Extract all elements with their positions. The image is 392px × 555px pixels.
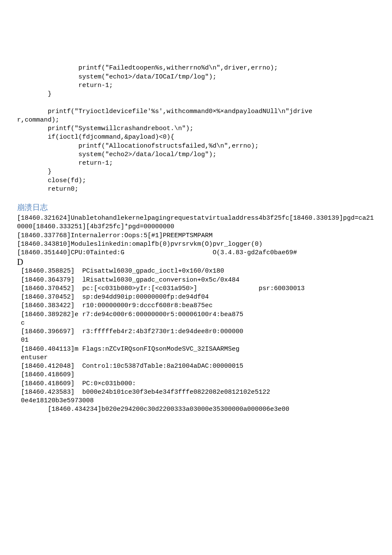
log-line: [18460.389282]e r7:de94c000r6:00000000r5… (17, 311, 375, 319)
log-line: [18460.351440]CPU:0Tainted:G O(3.4.83-gd… (17, 249, 375, 257)
code-line: printf("Failedtoopen%s,witherrno%d\n",dr… (17, 64, 278, 72)
log-line: c (17, 319, 375, 328)
log-line: [18460.343810]Moduleslinkedin:omaplfb(0)… (17, 240, 375, 249)
log-line: [18460.358825] PCisattwl6030_gpadc_ioctl… (17, 267, 375, 276)
code-line: return-1; (17, 82, 113, 89)
log-line: entuser (17, 354, 375, 362)
log-line: 01 (17, 336, 375, 345)
log-line: [18460.396697] r3:fffffeb4r2:4b3f2730r1:… (17, 328, 375, 336)
document-page: printf("Failedtoopen%s,witherrno%d\n",dr… (0, 0, 392, 431)
code-line: system("echo2>/data/local/tmp/log"); (17, 151, 216, 158)
log-line: 0e4e18120b3e5973008 (17, 397, 375, 405)
code-line: return-1; (17, 160, 113, 167)
code-block: printf("Failedtoopen%s,witherrno%d\n",dr… (17, 55, 375, 194)
log-line: [18460.321624]Unabletohandlekernelpaging… (17, 214, 375, 232)
log-line: [18460.404113]m Flags:nZCvIRQsonFIQsonMo… (17, 345, 375, 354)
code-line: printf("Systemwillcrashandreboot.\n"); (17, 125, 193, 132)
code-line: printf("Allocationofstructsfailed,%d\n",… (17, 142, 259, 150)
log-line: [18460.412048] Control:10c5387dTable:8a2… (17, 362, 375, 371)
log-line: [18460.418609] (17, 371, 375, 379)
log-block: [18460.321624]Unabletohandlekernelpaging… (17, 214, 375, 414)
code-line: close(fd); (17, 177, 86, 184)
log-line: [18460.434234]b020e294200c30d2200333a030… (17, 405, 375, 414)
log-line: [18460.370452] pc:[<c031b080>yIr:[<c031a… (17, 285, 375, 293)
section-heading-crash-log: 崩溃日志 (17, 202, 375, 212)
log-line: [18460.423583] b000e24b101ce30f3eb4e34f3… (17, 388, 375, 397)
code-line: } (17, 168, 52, 175)
code-line: return0; (17, 186, 78, 193)
code-line: r,command); (17, 116, 59, 124)
log-line: [18460.383422] r10:00000000r9:dcccf608r8… (17, 302, 375, 310)
code-line: printf("Tryioctldevicefile'%s',withcomma… (17, 108, 312, 115)
log-line: [18460.418609] PC:0×c031b000: (17, 380, 375, 388)
code-line: if(ioctl(fdjcommand,&payload)<0){ (17, 134, 174, 141)
log-line: [18460.370452] sp:de94dd90ip:00000000fp:… (17, 293, 375, 302)
log-line: [18460.337768]Internalerror:Oops:5[#1]PR… (17, 232, 375, 240)
code-line: system("echo1>/data/IOCaI/tmp/log"); (17, 73, 216, 81)
log-line: D (17, 257, 375, 267)
code-line: } (17, 90, 52, 98)
log-line: [18460.364379] lRisattwl6030_gpadc_conve… (17, 276, 375, 285)
